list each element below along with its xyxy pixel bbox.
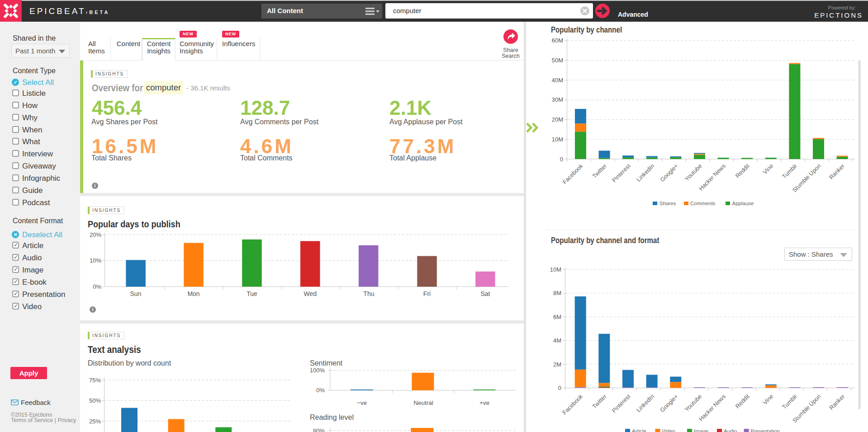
- svg-text:Thu: Thu: [363, 290, 374, 297]
- svg-text:−ve: −ve: [357, 399, 367, 406]
- svg-text:Tue: Tue: [247, 290, 257, 297]
- svg-text:Vine: Vine: [762, 163, 775, 176]
- svg-text:Pinterest: Pinterest: [611, 162, 632, 183]
- svg-text:Google+: Google+: [659, 163, 679, 183]
- svg-text:Comments: Comments: [690, 201, 716, 206]
- svg-text:10M: 10M: [552, 136, 563, 143]
- svg-text:Video: Video: [662, 428, 675, 432]
- svg-text:6M: 6M: [553, 314, 561, 320]
- svg-text:Shares: Shares: [659, 201, 676, 206]
- svg-text:Presentation: Presentation: [751, 428, 780, 432]
- svg-text:60M: 60M: [552, 37, 563, 44]
- svg-text:75%: 75%: [89, 377, 101, 384]
- svg-text:Fri: Fri: [423, 290, 431, 297]
- svg-text:20%: 20%: [90, 231, 101, 238]
- svg-text:Vine: Vine: [762, 393, 775, 406]
- svg-text:Reddit: Reddit: [734, 393, 751, 409]
- svg-text:Sun: Sun: [130, 290, 142, 297]
- svg-text:0%: 0%: [93, 283, 101, 290]
- svg-text:Tumblr: Tumblr: [781, 162, 798, 180]
- svg-text:LinkedIn: LinkedIn: [635, 393, 655, 413]
- svg-text:Tumblr: Tumblr: [781, 393, 798, 410]
- svg-text:Wed: Wed: [304, 290, 317, 297]
- svg-text:20M: 20M: [552, 116, 563, 123]
- svg-text:100%: 100%: [310, 367, 325, 374]
- svg-text:Neutral: Neutral: [413, 399, 433, 406]
- svg-text:0: 0: [558, 385, 561, 391]
- svg-text:Sat: Sat: [480, 290, 490, 297]
- svg-text:0%: 0%: [316, 387, 325, 394]
- svg-text:Audio: Audio: [724, 428, 737, 432]
- svg-text:50%: 50%: [89, 397, 101, 404]
- svg-text:10M: 10M: [550, 266, 561, 273]
- svg-text:4M: 4M: [553, 337, 561, 344]
- svg-text:Pinterest: Pinterest: [611, 393, 632, 414]
- svg-text:8M: 8M: [553, 290, 561, 296]
- svg-text:0: 0: [560, 156, 563, 163]
- svg-text:Facebook: Facebook: [561, 393, 584, 416]
- svg-text:LinkedIn: LinkedIn: [635, 163, 655, 183]
- svg-text:25%: 25%: [89, 418, 101, 425]
- svg-text:Mon: Mon: [187, 290, 199, 297]
- svg-text:40M: 40M: [552, 77, 563, 84]
- svg-text:50M: 50M: [552, 57, 563, 64]
- svg-text:+ve: +ve: [479, 399, 489, 406]
- svg-text:30M: 30M: [552, 96, 563, 103]
- svg-text:Facebook: Facebook: [561, 162, 584, 185]
- svg-text:Article: Article: [632, 428, 646, 432]
- svg-text:Ranker: Ranker: [828, 162, 846, 181]
- svg-text:Image: Image: [694, 428, 708, 432]
- svg-text:2M: 2M: [553, 361, 561, 368]
- svg-text:Youtube: Youtube: [683, 393, 703, 413]
- svg-text:Reddit: Reddit: [734, 162, 751, 179]
- svg-text:Twitter: Twitter: [591, 393, 608, 410]
- svg-text:80%: 80%: [313, 427, 325, 432]
- svg-text:Ranker: Ranker: [828, 393, 846, 411]
- svg-text:Youtube: Youtube: [683, 163, 703, 183]
- svg-text:Twitter: Twitter: [591, 162, 608, 179]
- svg-text:10%: 10%: [90, 257, 101, 264]
- svg-text:Google+: Google+: [659, 393, 679, 414]
- svg-text:Applause: Applause: [732, 201, 754, 206]
